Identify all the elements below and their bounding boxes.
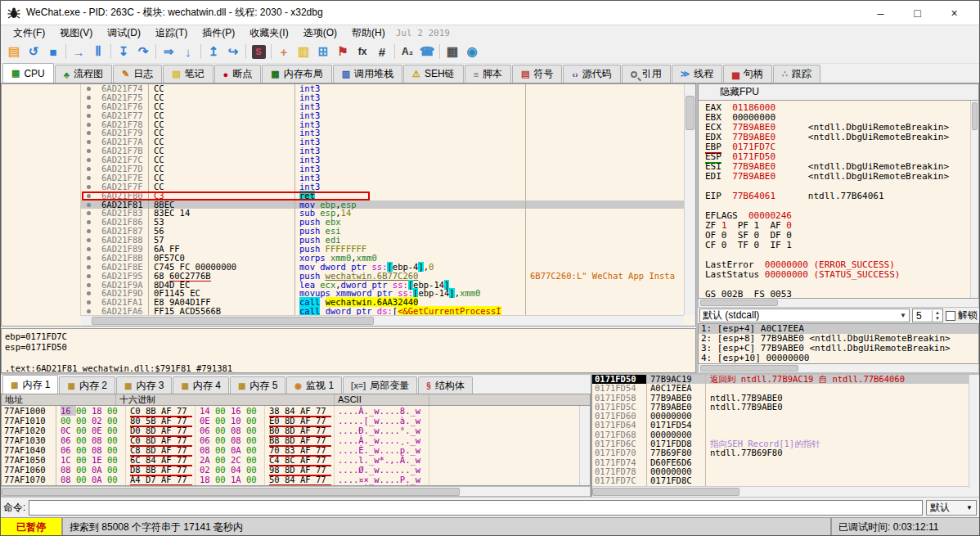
hash-icon[interactable]: # <box>372 42 392 61</box>
restart-icon[interactable]: ↺ <box>24 42 43 61</box>
breakpoint-gutter[interactable] <box>81 146 98 155</box>
tab-cpu[interactable]: ▦CPU <box>2 63 54 83</box>
breakpoint-gutter[interactable] <box>81 263 98 272</box>
dump-row[interactable]: 77AF104006000800C88DAF7708000A007083AF77… <box>2 445 590 455</box>
tab-memory-map[interactable]: ▦内存布局 <box>262 65 331 83</box>
tab-call-stack[interactable]: ▥调用堆栈 <box>333 65 402 83</box>
dump-row[interactable]: 77AF100016001800C08BAF77140016003884AF77… <box>2 406 590 416</box>
breakpoint-dot-icon[interactable] <box>87 265 91 269</box>
registers-horizontal-scrollbar[interactable] <box>698 299 979 308</box>
step-over-icon[interactable]: ↷ <box>133 42 153 61</box>
scroll-down-arrow[interactable] <box>580 475 591 485</box>
tab-symbols[interactable]: ▤符号 <box>512 65 562 83</box>
breakpoint-dot-icon[interactable] <box>87 211 91 215</box>
scroll-down-arrow[interactable] <box>685 304 695 315</box>
breakpoint-dot-icon[interactable] <box>87 300 91 304</box>
run-to-cursor-icon[interactable]: ⇒ <box>159 42 178 61</box>
command-script-type-select[interactable]: 默认 ▼ <box>926 500 977 516</box>
register-line[interactable]: GS 002B FS 0053 <box>705 290 978 299</box>
breakpoint-dot-icon[interactable] <box>87 274 91 278</box>
breakpoint-gutter[interactable] <box>81 164 98 173</box>
breakpoint-gutter[interactable] <box>81 298 98 307</box>
tab-dump-2[interactable]: ▦内存 2 <box>59 376 115 394</box>
breakpoint-dot-icon[interactable] <box>87 229 91 233</box>
close-button[interactable]: × <box>936 2 973 25</box>
dump-horizontal-scrollbar[interactable] <box>1 486 591 497</box>
stack-vertical-scrollbar[interactable] <box>969 375 979 488</box>
breakpoint-gutter[interactable] <box>81 245 98 254</box>
open-file-icon[interactable]: ▤ <box>4 42 24 61</box>
tab-dump-4[interactable]: ▦内存 4 <box>173 376 228 394</box>
menu-item-h[interactable]: 帮助(H) <box>344 25 393 41</box>
spin-down-icon[interactable]: ▼ <box>933 316 942 322</box>
breakpoint-dot-icon[interactable] <box>87 309 91 313</box>
switch-view-s-icon[interactable]: S <box>249 42 268 61</box>
breakpoint-dot-icon[interactable] <box>87 123 91 127</box>
breakpoint-dot-icon[interactable] <box>87 185 91 189</box>
tab-dump-5[interactable]: ▦内存 5 <box>230 376 285 394</box>
stack-row[interactable]: 0171FD7077B69F80ntdll.77B69F80 <box>592 448 979 457</box>
breakpoint-gutter[interactable] <box>81 218 98 227</box>
column-header-ascii[interactable]: ASCII <box>335 394 429 405</box>
breakpoint-gutter[interactable] <box>81 84 98 93</box>
breakpoint-dot-icon[interactable] <box>87 140 91 144</box>
breakpoint-gutter[interactable] <box>81 93 98 102</box>
call-arguments-pane[interactable]: 1: [esp+4] A0C17EEA2: [esp+8] 77B9ABE0 <… <box>698 323 979 364</box>
step-into-icon[interactable]: ↧ <box>114 42 133 61</box>
comment-icon[interactable]: ▥ <box>294 42 313 61</box>
register-line[interactable]: CF 0 TF 0 IF 1 <box>705 241 978 250</box>
tab-graph[interactable]: ♣流程图 <box>55 65 112 83</box>
stack-horizontal-scrollbar[interactable] <box>592 486 979 497</box>
breakpoint-dot-icon[interactable] <box>87 96 91 100</box>
run-icon[interactable]: → <box>69 42 88 61</box>
breakpoint-gutter[interactable] <box>81 128 98 137</box>
tab-dump-3[interactable]: ▦内存 3 <box>116 376 172 394</box>
menu-item-i[interactable]: 收藏夹(I) <box>242 25 295 41</box>
registers-pane[interactable]: EAX 01186000EBX 00000000ECX 77B9ABE0 <nt… <box>698 100 979 299</box>
dump-vertical-scrollbar[interactable] <box>579 406 590 485</box>
breakpoint-gutter[interactable] <box>81 155 98 164</box>
menu-item-p[interactable]: 插件(P) <box>195 25 242 41</box>
scroll-right-arrow[interactable] <box>673 316 684 327</box>
globe-icon[interactable]: ◉ <box>462 42 482 61</box>
column-header-address[interactable]: 地址 <box>2 394 116 405</box>
breakpoint-dot-icon[interactable] <box>87 247 91 251</box>
breakpoint-dot-icon[interactable] <box>87 220 91 224</box>
breakpoint-gutter[interactable] <box>81 120 98 129</box>
dump-row[interactable]: 77AF10501C001E006C84AF772A002C00C48CAF77… <box>2 455 590 465</box>
menu-item-f[interactable]: 文件(F) <box>6 25 52 41</box>
breakpoint-dot-icon[interactable] <box>87 176 91 180</box>
spin-up-icon[interactable]: ▲ <box>933 310 942 316</box>
run-to-user-code-icon[interactable]: ↪ <box>223 42 243 61</box>
dump-row[interactable]: 77AF101000000200805BAF770E001000E08DAF77… <box>2 416 590 426</box>
tab-watch-1[interactable]: ◉监视 1 <box>286 376 342 394</box>
registers-vertical-scrollbar[interactable] <box>970 101 978 298</box>
argument-count-stepper[interactable]: 5 ▲▼ <box>912 309 943 322</box>
command-input[interactable] <box>29 500 923 516</box>
tab-dump-1[interactable]: ▦内存 1 <box>2 375 58 394</box>
breakpoint-gutter[interactable] <box>81 182 98 191</box>
menu-item-d[interactable]: 调试(D) <box>100 25 148 41</box>
register-line[interactable]: EIP 77B64061 ntdll.77B64061 <box>705 191 978 201</box>
scroll-up-arrow[interactable] <box>685 84 695 95</box>
pause-icon[interactable]: Ⅱ <box>88 42 108 61</box>
breakpoint-dot-icon[interactable] <box>87 158 91 162</box>
step-down-icon[interactable]: ↓ <box>178 42 198 61</box>
minimize-button[interactable]: – <box>862 2 899 25</box>
stack-row[interactable]: 0171FD7C0171FD8C <box>592 476 979 485</box>
breakpoint-dot-icon[interactable] <box>87 87 91 91</box>
column-header-hex[interactable]: 十六进制 <box>116 394 335 405</box>
label-icon[interactable]: ⊞ <box>313 42 333 61</box>
dump-row[interactable]: 77AF10801C001E0070D9AF7728002A0044D9AF77… <box>2 484 590 485</box>
menu-item-t[interactable]: 追踪(T) <box>148 25 195 41</box>
function-icon[interactable]: fx <box>353 42 372 61</box>
breakpoint-gutter[interactable] <box>81 102 98 111</box>
menu-item-v[interactable]: 视图(V) <box>52 25 100 41</box>
maximize-button[interactable]: □ <box>899 2 936 25</box>
menu-item-o[interactable]: 选项(O) <box>296 25 344 41</box>
disasm-row[interactable]: 6AD21F77CCint3 <box>2 111 695 120</box>
breakpoint-dot-icon[interactable] <box>87 256 91 260</box>
breakpoint-gutter[interactable] <box>81 281 98 290</box>
scroll-up-arrow[interactable] <box>580 406 591 417</box>
disasm-horizontal-scrollbar[interactable] <box>81 315 684 326</box>
